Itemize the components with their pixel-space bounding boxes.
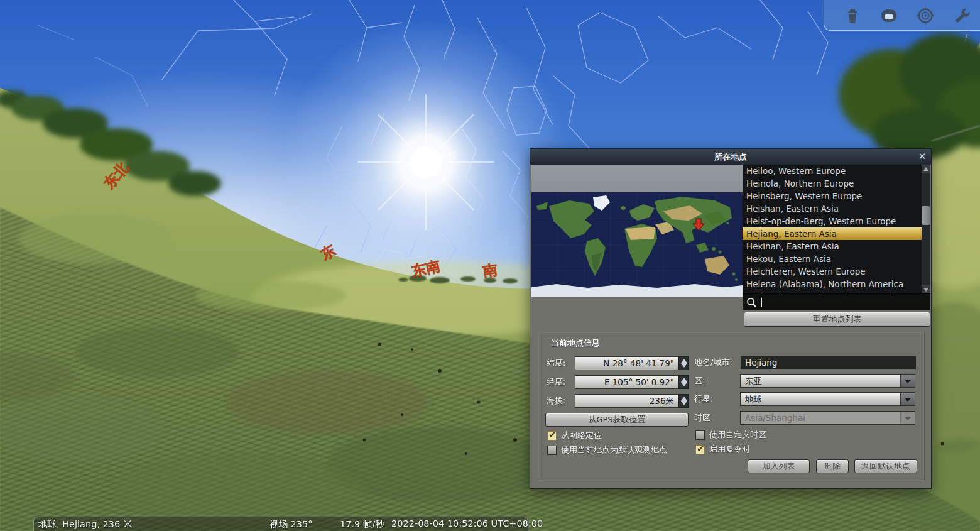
latitude-label: 纬度: [547,356,565,370]
city-name-label: 地名/城市: [694,356,732,370]
status-fps: 17.9 帧/秒 [340,518,384,530]
planet-dropdown[interactable]: 地球 [740,392,915,406]
checkbox-label: 使用自定义时区 [709,429,766,441]
plugin-toolbar [824,0,980,31]
region-label: 区: [694,374,705,388]
altitude-label: 海拔: [547,394,565,408]
region-dropdown[interactable]: 东亚 [740,374,915,388]
region-value: 东亚 [745,376,762,386]
timezone-label: 时区 [694,411,710,425]
world-map[interactable] [531,192,743,297]
altitude-spin-arrows [678,394,689,408]
status-location: 地球, Hejiang, 236 米 [38,518,132,530]
group-title: 当前地点信息 [551,337,600,349]
checkbox-label: 启用夏令时 [709,444,750,455]
search-icon [746,297,757,308]
spin-down-icon[interactable] [681,382,687,386]
sun-label: 太阳 [440,151,456,160]
city-name-input[interactable]: Hejiang [740,356,917,370]
search-bar [743,293,930,310]
list-item[interactable]: Heiloo, Western Europe [743,165,930,177]
longitude-label: 经度: [547,375,565,389]
wrench-icon[interactable] [952,6,971,25]
altitude-spinbox[interactable]: 236米 [575,394,678,408]
spin-up-icon[interactable] [681,359,687,363]
list-item[interactable]: Heinsberg, Western Europe [743,190,930,202]
checkbox-custom-timezone[interactable]: 使用自定义时区 [695,430,766,440]
list-item[interactable]: Helena (Alabama), Northern America [743,278,930,290]
timezone-dropdown: Asia/Shanghai [740,411,915,425]
list-item[interactable]: Helchteren, Western Europe [743,265,930,278]
spin-up-icon[interactable] [681,378,687,382]
delete-button[interactable]: 删除 [816,459,849,473]
checkbox-network-locate[interactable]: 从网络定位 [547,430,602,441]
list-scrollbar[interactable] [922,165,930,293]
list-item[interactable]: Hejiang, Eastern Asia [743,227,930,240]
list-item[interactable]: Hekinan, Eastern Asia [743,240,930,253]
chevron-down-icon[interactable] [900,393,915,405]
checkbox-dst[interactable]: 启用夏令时 [695,444,750,454]
map-top-strip [531,165,743,192]
checkbox-default-location[interactable]: 使用当前地点为默认观测地点 [547,445,667,455]
longitude-spinbox[interactable]: E 105° 50' 0.92" [575,375,678,389]
status-bar: 地球, Hejiang, 236 米 视场 235° 17.9 帧/秒 2022… [33,517,528,531]
stellarium-window: 太阳 [0,0,980,531]
chevron-down-icon[interactable] [900,375,915,387]
scrollbar-thumb[interactable] [922,206,930,225]
trees-right [839,33,980,160]
location-list: Heiloo, Western Europe Heinola, Northern… [743,165,930,293]
target-icon[interactable] [916,6,935,25]
planet-value: 地球 [745,394,762,404]
latitude-spinbox[interactable]: N 28° 48' 41.79" [575,356,678,370]
checkbox-box[interactable] [695,430,705,440]
spin-down-icon[interactable] [681,401,687,405]
list-item[interactable]: Heist-op-den-Berg, Western Europe [743,215,930,227]
dialog-title: 所在地点 [714,152,747,161]
latitude-spin-arrows [678,356,689,370]
search-input[interactable] [760,296,926,309]
return-default-button[interactable]: 返回默认地点 [854,459,917,473]
status-datetime: 2022-08-04 10:52:06 UTC+08:00 [391,518,543,528]
longitude-spin-arrows [678,375,689,389]
current-location-group: 当前地点信息 纬度: 经度: 海拔: N 28° 48' 41.79" E 10… [538,332,925,481]
checkbox-label: 从网络定位 [561,430,602,441]
gps-button[interactable]: 从GPS获取位置 [545,413,689,427]
list-item[interactable]: Heinola, Northern Europe [743,177,930,190]
spin-down-icon[interactable] [681,363,687,368]
chevron-down-icon [900,412,915,424]
screen-icon[interactable] [879,6,898,25]
add-to-list-button[interactable]: 加入列表 [748,459,810,473]
scroll-down-icon[interactable] [922,285,930,293]
list-item[interactable]: Hekou, Eastern Asia [743,253,930,265]
checkbox-box[interactable] [547,446,557,455]
checkbox-label: 使用当前地点为默认观测地点 [561,444,667,456]
planet-label: 行星: [694,392,713,406]
scroll-up-icon[interactable] [922,165,930,173]
compass-label-s: 南 [481,261,498,280]
checkbox-box[interactable] [547,431,557,441]
reset-list-button[interactable]: 重置地点列表 [744,312,930,327]
dialog-titlebar[interactable]: 所在地点 ✕ [530,149,931,165]
location-dialog: 所在地点 ✕ [530,148,932,489]
checkbox-box[interactable] [695,445,705,454]
close-icon[interactable]: ✕ [917,151,928,162]
spin-up-icon[interactable] [681,397,687,401]
list-item[interactable]: Heishan, Eastern Asia [743,202,930,215]
trash-icon[interactable] [843,6,862,25]
timezone-value: Asia/Shanghai [745,413,805,423]
status-fov: 视场 235° [270,518,313,530]
